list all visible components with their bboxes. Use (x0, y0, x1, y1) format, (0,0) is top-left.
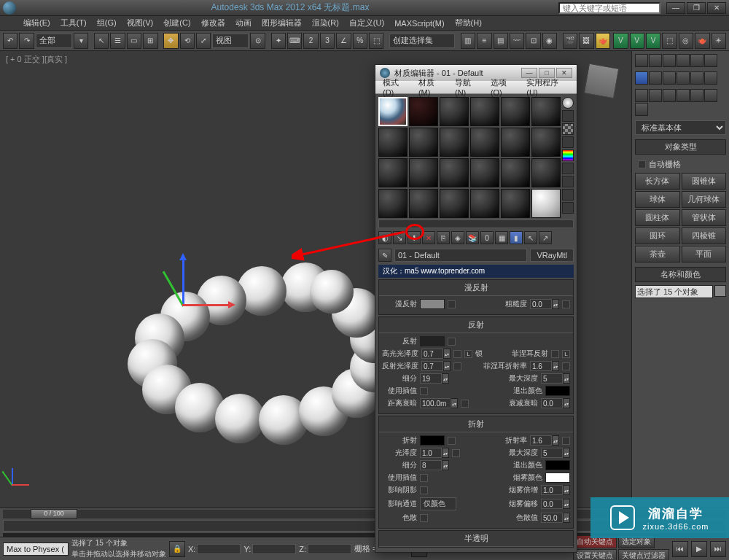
refr-gloss-spinner[interactable] (420, 448, 442, 458)
translucency-header[interactable]: 半透明 (379, 531, 573, 547)
fresnel-checkbox[interactable] (551, 350, 559, 358)
refr-subdiv-spinner[interactable] (420, 460, 442, 470)
put-to-library-icon[interactable]: 📚 (466, 231, 479, 244)
viewcube[interactable] (584, 63, 620, 99)
snap-2d-button[interactable]: 2 (303, 33, 318, 49)
menu-customize[interactable]: 自定义(U) (345, 16, 389, 30)
fresnel-lock-button[interactable]: L (562, 350, 570, 358)
close-button[interactable]: ✕ (707, 2, 726, 14)
tool-icon[interactable] (649, 54, 662, 67)
modify-tab[interactable] (649, 71, 662, 85)
fog-color-swatch[interactable] (545, 472, 570, 483)
redo-button[interactable]: ↷ (19, 33, 34, 49)
mat-minimize-button[interactable]: — (521, 68, 537, 78)
help-search-input[interactable] (558, 2, 660, 14)
mat-menu-mode[interactable]: 模式(D) (380, 77, 413, 97)
material-slot[interactable] (531, 128, 561, 157)
play-prev-button[interactable]: ⏮ (672, 541, 688, 557)
material-type-button[interactable]: VRayMtl (530, 249, 574, 262)
spinner-buttons[interactable]: ▴▾ (552, 435, 559, 446)
percent-snap-button[interactable]: % (353, 33, 367, 49)
render-frame-button[interactable]: 🖼 (579, 33, 593, 49)
show-end-result-icon[interactable]: ▮ (510, 231, 523, 244)
refract-color-swatch[interactable] (420, 435, 445, 446)
menu-view[interactable]: 视图(V) (122, 16, 158, 30)
schematic-view-button[interactable]: ⊡ (526, 33, 540, 49)
object-type-header[interactable]: 对象类型 (635, 139, 726, 155)
geosphere-button[interactable]: 几何球体 (682, 191, 727, 208)
mirror-button[interactable]: ▥ (461, 33, 475, 49)
curve-editor-button[interactable]: 〰 (510, 33, 524, 49)
material-slot[interactable] (440, 97, 469, 126)
menu-render[interactable]: 渲染(R) (308, 16, 343, 30)
tube-button[interactable]: 管状体 (682, 209, 727, 226)
material-slot[interactable] (501, 128, 530, 157)
create-tab[interactable] (635, 71, 648, 85)
go-parent-icon[interactable]: ↖ (524, 231, 537, 244)
refl-interp-checkbox[interactable] (420, 387, 428, 395)
materialmap-nav-icon[interactable] (562, 202, 574, 214)
material-slot[interactable] (409, 189, 438, 218)
select-by-name-button[interactable]: ☰ (110, 33, 125, 49)
restore-button[interactable]: ❐ (687, 2, 706, 14)
ior-map-toggle[interactable] (562, 437, 570, 445)
refract-map-toggle[interactable] (448, 437, 456, 445)
tool-icon[interactable] (635, 54, 648, 67)
cone-button[interactable]: 圆锥体 (682, 173, 727, 190)
hilight-gloss-spinner[interactable] (421, 349, 443, 359)
select-rectangle-button[interactable]: ▭ (127, 33, 141, 49)
tool-icon[interactable] (677, 54, 690, 67)
autogrid-checkbox[interactable] (638, 160, 646, 168)
tool-icon[interactable] (704, 54, 717, 67)
keyboard-shortcut-icon[interactable]: ⌨ (287, 33, 302, 49)
spinner-buttons[interactable]: ▴▾ (563, 499, 570, 509)
spinner-buttons[interactable]: ▴▾ (443, 349, 451, 359)
get-material-icon[interactable]: ◐ (378, 231, 391, 244)
sphere-button[interactable]: 球体 (635, 191, 680, 208)
reflection-header[interactable]: 反射 (379, 317, 573, 333)
teapot-button[interactable]: 茶壶 (635, 246, 680, 262)
viewport-label[interactable]: [ + 0 正交 ][真实 ] (6, 54, 67, 65)
cameras-icon[interactable] (677, 89, 690, 102)
spinner-buttons[interactable]: ▴▾ (552, 299, 559, 309)
material-slot[interactable] (440, 189, 469, 218)
spinner-buttons[interactable]: ▴▾ (442, 373, 449, 384)
selection-filter-icon[interactable]: ▾ (74, 33, 88, 49)
undo-button[interactable]: ↶ (3, 33, 17, 49)
vray-button-2[interactable]: V (630, 33, 644, 49)
filter-dropdown[interactable]: 全部 (36, 34, 72, 48)
menu-create[interactable]: 创建(C) (159, 16, 195, 30)
mat-menu-options[interactable]: 选项(O) (488, 77, 521, 97)
extra-tool-2[interactable]: ◎ (679, 33, 693, 49)
app-icon[interactable] (3, 1, 16, 15)
pick-material-icon[interactable]: ✎ (378, 249, 391, 262)
spinner-buttons[interactable]: ▴▾ (563, 485, 570, 495)
play-next-button[interactable]: ⏭ (710, 541, 726, 557)
fog-mult-spinner[interactable] (541, 485, 563, 495)
lock-highlight-button[interactable]: L (464, 350, 472, 358)
select-object-button[interactable]: ↖ (94, 33, 109, 49)
mat-hscroll[interactable] (378, 219, 574, 228)
go-forward-icon[interactable]: ↗ (539, 231, 552, 244)
material-slot[interactable] (440, 128, 469, 157)
fog-bias-spinner[interactable] (541, 499, 563, 509)
material-name-input[interactable] (394, 249, 527, 262)
window-crossing-button[interactable]: ⊞ (143, 33, 157, 49)
box-button[interactable]: 长方体 (635, 173, 680, 190)
render-production-button[interactable]: 🫖 (596, 33, 610, 49)
options-icon[interactable] (562, 176, 574, 187)
refl-exit-color-swatch[interactable] (545, 386, 570, 396)
dim-falloff-spinner[interactable] (541, 398, 563, 408)
spinner-buttons[interactable]: ▴▾ (442, 448, 449, 458)
material-slot[interactable] (409, 158, 438, 187)
time-slider-thumb[interactable]: 0 / 100 (31, 509, 77, 519)
ior-spinner[interactable] (530, 435, 552, 446)
hilight-map-toggle[interactable] (453, 350, 461, 358)
make-unique-icon[interactable]: ◈ (451, 231, 464, 244)
refr-maxdepth-spinner[interactable] (541, 448, 563, 458)
roughness-map-toggle[interactable] (562, 300, 570, 308)
motion-tab[interactable] (677, 71, 690, 85)
vray-button-3[interactable]: V (646, 33, 660, 49)
spinner-buttons[interactable]: ▴▾ (443, 361, 451, 371)
background-icon[interactable] (562, 123, 574, 135)
